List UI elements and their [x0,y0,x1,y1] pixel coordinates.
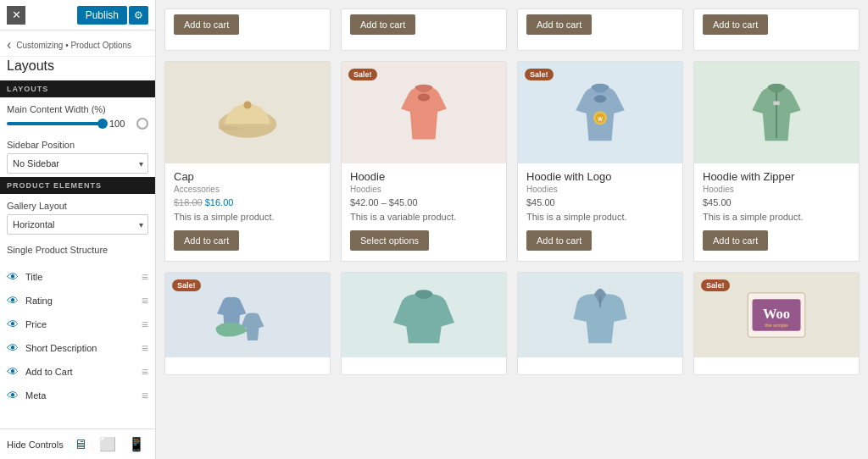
structure-item-label-add-to-cart: Add to Cart [25,367,135,377]
sidebar-position-select[interactable]: No Sidebar Left Sidebar Right Sidebar [7,153,148,174]
product-image-cap [165,62,330,163]
woo-illustration: Woo the simple [738,277,815,353]
structure-item-rating[interactable]: 👁 Rating ≡ [0,289,155,312]
select-options-button-hoodie[interactable]: Select options [350,230,429,251]
structure-item-label-short-desc: Short Description [25,343,135,353]
product-card-r1-3: Add to cart [517,8,683,51]
product-price-cap: $18.00 $16.00 [174,197,321,207]
product-card-r1-1: Add to cart [164,8,331,51]
eye-icon-rating: 👁 [7,294,19,307]
mobile-view-button[interactable]: 📱 [125,434,148,454]
product-category-hoodie-zipper: Hoodies [703,185,850,194]
drag-icon-add-to-cart: ≡ [142,365,148,379]
gallery-layout-control: Gallery Layout Horizontal Vertical Grid … [0,194,155,238]
structure-item-title[interactable]: 👁 Title ≡ [0,265,155,289]
add-to-cart-button-hoodie-logo[interactable]: Add to cart [526,230,592,251]
product-card-hoodie: Sale! Hoodie Hoodies $42.00 – $45.00 Thi… [341,61,507,262]
drag-icon-meta: ≡ [142,389,148,402]
product-info-hoodie-zipper: Hoodie with Zipper Hoodies $45.00 This i… [694,170,859,224]
sidebar-topbar: ✕ Publish ⚙ [0,0,155,30]
product-price-hoodie: $42.00 – $45.00 [350,197,498,207]
product-name-cap: Cap [174,170,321,183]
products-row-1: Add to cart Add to cart Add to cart Add … [164,8,860,51]
structure-item-label-meta: Meta [25,390,135,401]
structure-item-label-price: Price [25,319,135,329]
hide-controls-label: Hide Controls [7,440,65,450]
structure-item-short-desc[interactable]: 👁 Short Description ≡ [0,336,155,360]
product-category-hoodie-logo: Hoodies [526,185,674,194]
product-category-hoodie: Hoodies [350,185,498,194]
product-card-hoodie-logo: Sale! W Hoodie with Logo Hoodies $45.00 … [517,61,683,262]
product-desc-cap: This is a simple product. [174,211,321,224]
breadcrumb-path: Customizing • Product Options [16,40,131,51]
add-to-cart-button-r1-1[interactable]: Add to cart [174,14,239,35]
main-content-width-control: Main Content Width (%) 100 [0,97,155,133]
sidebar-bottom: Hide Controls 🖥 ⬜ 📱 [0,429,155,459]
svg-rect-8 [773,102,779,106]
svg-text:Woo: Woo [763,306,790,322]
layouts-section-header: LAYOUTS [0,80,155,97]
product-desc-hoodie-zipper: This is a simple product. [703,211,850,224]
sidebar-position-wrapper: No Sidebar Left Sidebar Right Sidebar ▾ [7,153,148,174]
svg-point-3 [594,95,606,102]
hoodie-set-illustration [209,277,286,353]
structure-item-add-to-cart[interactable]: 👁 Add to Cart ≡ [0,360,155,384]
single-product-label: Single Product Structure [7,245,148,255]
eye-icon-price: 👁 [7,318,19,331]
structure-list: 👁 Title ≡ 👁 Rating ≡ 👁 Price ≡ 👁 Short D… [0,262,155,411]
drag-icon-short-desc: ≡ [142,341,148,355]
structure-item-price[interactable]: 👁 Price ≡ [0,312,155,336]
add-to-cart-button-cap[interactable]: Add to cart [174,230,239,251]
svg-text:the simple: the simple [765,323,788,328]
eye-icon-add-to-cart: 👁 [7,365,19,379]
product-card-r1-4: Add to cart [693,8,860,51]
products-row-3: Sale! [164,272,860,375]
product-card-r1-2: Add to cart [341,8,507,51]
product-image-longsleeve [342,273,506,357]
add-to-cart-button-hoodie-zipper[interactable]: Add to cart [703,230,768,251]
close-button[interactable]: ✕ [7,6,25,25]
product-card-longsleeve [341,272,507,375]
product-name-hoodie-zipper: Hoodie with Zipper [703,170,850,183]
breadcrumb: ‹ Customizing • Product Options [0,30,155,57]
desktop-view-button[interactable]: 🖥 [70,435,91,454]
tablet-view-button[interactable]: ⬜ [96,434,120,454]
gear-button[interactable]: ⚙ [129,6,148,25]
drag-icon-rating: ≡ [142,294,148,307]
svg-point-1 [244,102,252,109]
close-icon: ✕ [12,8,21,21]
eye-icon-title: 👁 [7,270,19,284]
sale-badge-hoodie-set: Sale! [172,279,201,291]
product-card-hoodie-set: Sale! [164,272,331,375]
product-name-hoodie: Hoodie [350,170,498,183]
product-card-polo [517,272,683,375]
product-name-hoodie-logo: Hoodie with Logo [526,170,674,183]
publish-button[interactable]: Publish [77,6,127,25]
gallery-layout-label: Gallery Layout [7,201,148,211]
svg-point-2 [418,94,430,102]
structure-item-label-title: Title [25,272,135,282]
longsleeve-illustration [386,277,462,353]
product-price-hoodie-logo: $45.00 [526,197,674,207]
sale-badge-hoodie-logo: Sale! [525,69,554,80]
drag-icon-title: ≡ [142,270,148,284]
structure-item-meta[interactable]: 👁 Meta ≡ [0,384,155,407]
structure-item-label-rating: Rating [25,296,135,306]
sidebar-position-control: Sidebar Position No Sidebar Left Sidebar… [0,133,155,177]
gallery-layout-select[interactable]: Horizontal Vertical Grid [7,214,148,235]
add-to-cart-button-r1-4[interactable]: Add to cart [703,14,768,35]
hoodie-zipper-illustration [738,75,815,151]
main-content: Add to cart Add to cart Add to cart Add … [156,0,868,459]
polo-illustration [562,277,638,353]
slider-track[interactable] [7,122,104,125]
add-to-cart-button-r1-3[interactable]: Add to cart [526,14,592,35]
cap-illustration [209,75,286,151]
eye-icon-short-desc: 👁 [7,341,19,355]
product-desc-hoodie-logo: This is a simple product. [526,211,674,224]
product-info-cap: Cap Accessories $18.00 $16.00 This is a … [165,170,330,224]
page-title: Layouts [0,57,155,80]
back-button[interactable]: ‹ [7,37,11,53]
product-price-hoodie-zipper: $45.00 [703,197,850,207]
product-card-woo: Sale! Woo the simple [693,272,860,375]
add-to-cart-button-r1-2[interactable]: Add to cart [350,14,415,35]
